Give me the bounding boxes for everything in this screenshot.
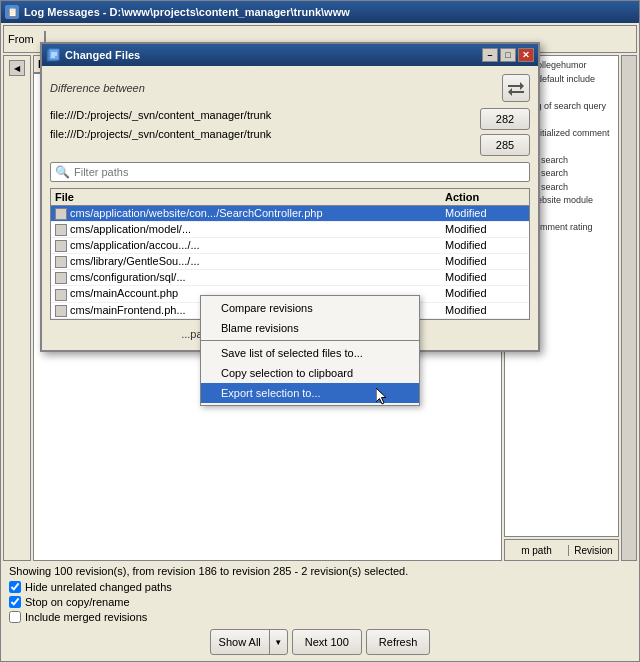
modal-titlebar: Changed Files – □ ✕ [42,44,538,66]
stop-on-copy-label: Stop on copy/rename [25,596,130,608]
file-path: cms/application/accou.../... [55,239,445,252]
left-panel: ◀ [3,55,31,561]
minimize-button[interactable]: – [482,48,498,62]
file-action: Modified [445,287,525,300]
bg-title: Log Messages - D:\www\projects\content_m… [24,6,350,18]
file-path: cms/mainFrontend.ph... [55,304,445,317]
table-row[interactable]: cms/mainAccount.php Modified [51,286,529,302]
checkbox-row-2: Stop on copy/rename [3,595,637,609]
show-all-button[interactable]: Show All ▼ [210,629,288,655]
modal-title-icon [46,48,60,62]
checkbox-row-3: Include merged revisions [3,610,637,624]
show-all-label: Show All [211,636,269,648]
next-100-label: Next 100 [305,636,349,648]
diff-label: Difference between [50,82,145,94]
file-table-body: cms/application/website/con.../SearchCon… [51,206,529,319]
stop-on-copy-checkbox[interactable] [9,596,21,608]
col-file-header: File [55,191,445,203]
table-row[interactable]: cms/application/website/con.../SearchCon… [51,206,529,222]
show-all-arrow-icon: ▼ [269,630,287,654]
rev-buttons: 282 285 [480,108,530,156]
file-path: cms/mainAccount.php [55,287,445,300]
filter-row: 🔍 [50,162,530,182]
diff-paths: file:///D:/projects/_svn/content_manager… [50,108,470,143]
file-table: File Action cms/application/website/con.… [50,188,530,320]
file-path: cms/application/model/... [55,223,445,236]
file-path: cms/application/website/con.../SearchCon… [55,207,445,220]
file-action: Modified [445,239,525,252]
hide-unrelated-label: Hide unrelated changed paths [25,581,172,593]
rev1-button[interactable]: 282 [480,108,530,130]
include-merged-checkbox[interactable] [9,611,21,623]
search-icon: 🔍 [55,165,70,179]
bottom-area: Showing 100 revision(s), from revision 1… [3,563,637,659]
left-arrow[interactable]: ◀ [9,60,25,76]
path1-text: file:///D:/projects/_svn/content_manager… [50,108,470,123]
file-action: Modified [445,255,525,268]
file-path: cms/library/GentleSou.../... [55,255,445,268]
modal-footer: ...path: cms/configuration/sql/updates_s… [50,326,530,342]
hide-unrelated-checkbox[interactable] [9,581,21,593]
right-scrollbar[interactable] [621,55,637,561]
bottom-buttons: Show All ▼ Next 100 Refresh [3,625,637,659]
table-row[interactable]: cms/configuration/sql/... Modified [51,270,529,286]
path2-text: file:///D:/projects/_svn/content_manager… [50,127,470,142]
swap-button[interactable] [502,74,530,102]
diff-path-rows: file:///D:/projects/_svn/content_manager… [50,108,530,156]
refresh-button[interactable]: Refresh [366,629,431,655]
file-action: Modified [445,223,525,236]
modal-body: Difference between file:///D:/projects/_… [42,66,538,350]
checkbox-row-1: Hide unrelated changed paths [3,580,637,594]
table-row[interactable]: cms/application/model/... Modified [51,222,529,238]
next-100-button[interactable]: Next 100 [292,629,362,655]
right-footer: m path Revision [504,539,619,561]
table-row[interactable]: cms/application/accou.../... Modified [51,238,529,254]
refresh-label: Refresh [379,636,418,648]
table-row[interactable]: cms/mainFrontend.ph... Modified [51,303,529,319]
from-label: From [8,33,34,45]
filter-input[interactable] [74,166,525,178]
right-col1: m path [505,545,568,556]
diff-header: Difference between [50,74,530,102]
col-action-header: Action [445,191,525,203]
maximize-button[interactable]: □ [500,48,516,62]
file-action: Modified [445,271,525,284]
bg-titlebar: 📋 Log Messages - D:\www\projects\content… [1,1,639,23]
table-row[interactable]: cms/library/GentleSou.../... Modified [51,254,529,270]
modal-title: Changed Files [65,49,140,61]
file-action: Modified [445,304,525,317]
right-col2: Revision [568,545,618,556]
close-button[interactable]: ✕ [518,48,534,62]
file-table-header: File Action [51,189,529,206]
file-action: Modified [445,207,525,220]
bg-app-icon: 📋 [5,5,19,19]
changed-files-dialog: Changed Files – □ ✕ Difference between [40,42,540,352]
include-merged-label: Include merged revisions [25,611,147,623]
status-text: Showing 100 revision(s), from revision 1… [3,563,637,579]
modal-title-controls: – □ ✕ [482,48,534,62]
rev2-button[interactable]: 285 [480,134,530,156]
file-path: cms/configuration/sql/... [55,271,445,284]
